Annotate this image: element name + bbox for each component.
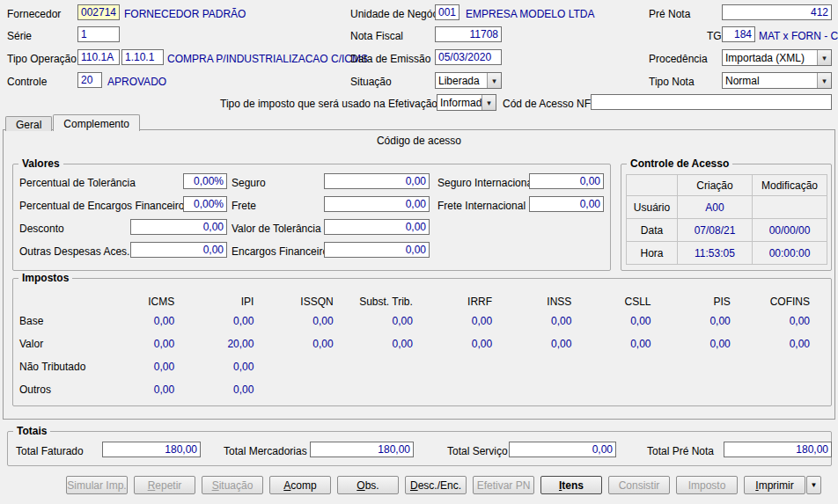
tipo-imposto-select[interactable]: Informado ▾ bbox=[437, 94, 496, 111]
tg-input[interactable] bbox=[722, 26, 755, 42]
situacao-button[interactable]: Situação bbox=[202, 476, 263, 494]
imposto-button[interactable]: Imposto bbox=[676, 476, 738, 494]
impostos-row-label-nao-tributado: Não Tributado bbox=[18, 357, 106, 380]
tipo-operacao-input-2[interactable] bbox=[121, 49, 164, 65]
repetir-button[interactable]: Repetir bbox=[134, 476, 195, 494]
seguro-internacional-input[interactable] bbox=[529, 173, 604, 189]
impostos-value-cell bbox=[662, 380, 741, 403]
desconto-input[interactable] bbox=[130, 219, 227, 235]
outras-despesas-label: Outras Despesas Aces. bbox=[19, 245, 129, 258]
controle-acesso-table: Criação Modificação Usuário A00 Data 07/… bbox=[626, 174, 827, 265]
tg-label: TG bbox=[707, 30, 722, 42]
procedencia-label: Procedência bbox=[649, 53, 708, 65]
impostos-corner-cell bbox=[18, 292, 106, 311]
tipo-nota-select[interactable]: Normal ▾ bbox=[722, 72, 832, 89]
impostos-table: ICMS IPI ISSQN Subst. Trib. IRRF INSS CS… bbox=[18, 292, 820, 403]
percentual-encargos-input[interactable] bbox=[183, 196, 227, 212]
impostos-title: Impostos bbox=[18, 272, 72, 284]
chevron-down-icon: ▾ bbox=[817, 50, 831, 65]
itens-button[interactable]: Itens bbox=[540, 476, 602, 494]
impostos-value-cell: 0,00 bbox=[264, 311, 343, 334]
impostos-col-header-pis: PIS bbox=[662, 292, 741, 311]
seguro-label: Seguro bbox=[232, 177, 266, 189]
nota-fiscal-input[interactable] bbox=[435, 26, 502, 42]
tab-geral[interactable]: Geral bbox=[5, 116, 52, 131]
usuario-criacao-value: A00 bbox=[678, 196, 753, 219]
data-emissao-label: Data de Emissão bbox=[350, 53, 430, 65]
impostos-value-cell bbox=[344, 357, 423, 380]
pre-nota-input[interactable] bbox=[722, 4, 832, 20]
pre-nota-label: Pré Nota bbox=[649, 8, 690, 20]
encargos-financeiros-input[interactable] bbox=[324, 242, 430, 258]
data-emissao-input[interactable] bbox=[435, 49, 502, 65]
imprimir-dropdown-icon[interactable]: ▼ bbox=[806, 476, 821, 494]
efetivar-pn-button[interactable]: Efetivar PN bbox=[473, 476, 534, 494]
codigo-acesso-caption: Código de acesso bbox=[3, 135, 835, 147]
impostos-value-cell: 0,00 bbox=[503, 334, 582, 357]
total-servico-label: Total Serviço bbox=[447, 445, 508, 457]
percentual-tolerancia-input[interactable] bbox=[183, 173, 227, 189]
controle-input[interactable] bbox=[77, 72, 102, 88]
total-pre-nota-input[interactable] bbox=[724, 442, 832, 457]
total-faturado-input[interactable] bbox=[102, 442, 201, 457]
desc-enc-button[interactable]: Desc./Enc. bbox=[405, 476, 467, 494]
frete-internacional-label: Frete Internacional bbox=[437, 200, 526, 212]
tg-description: MAT x FORN - CR bbox=[759, 30, 838, 42]
tipo-operacao-input-1[interactable] bbox=[77, 49, 120, 65]
serie-input[interactable] bbox=[77, 26, 120, 42]
controle-description: APROVADO bbox=[107, 76, 166, 88]
hora-criacao-value: 11:53:05 bbox=[678, 242, 753, 265]
tab-complemento[interactable]: Complemento bbox=[53, 114, 140, 131]
impostos-value-cell: 0,00 bbox=[185, 357, 264, 380]
seguro-input[interactable] bbox=[324, 173, 430, 189]
controle-acesso-corner-cell bbox=[627, 175, 678, 196]
impostos-value-cell: 0,00 bbox=[344, 334, 423, 357]
impostos-value-cell bbox=[503, 357, 582, 380]
bottom-button-bar: Simular Imp. Repetir Situação Acomp Obs.… bbox=[66, 476, 821, 494]
usuario-row-label: Usuário bbox=[627, 196, 678, 219]
frete-input[interactable] bbox=[324, 196, 430, 212]
simular-imp-button[interactable]: Simular Imp. bbox=[66, 476, 128, 494]
total-servico-input[interactable] bbox=[509, 442, 616, 457]
frete-internacional-input[interactable] bbox=[529, 196, 604, 212]
fornecedor-input[interactable] bbox=[77, 4, 120, 20]
data-row-label: Data bbox=[627, 219, 678, 242]
impostos-value-cell: 20,00 bbox=[185, 334, 264, 357]
total-faturado-label: Total Faturado bbox=[16, 445, 84, 457]
fornecedor-label: Fornecedor bbox=[7, 8, 61, 20]
modificacao-column-header: Modificação bbox=[753, 175, 827, 196]
tipo-operacao-description: COMPRA P/INDUSTRIALIZACAO C/ICMS bbox=[167, 53, 368, 65]
impostos-value-cell bbox=[423, 357, 503, 380]
impostos-value-cell: 0,00 bbox=[106, 380, 185, 403]
impostos-value-cell: 0,00 bbox=[344, 311, 423, 334]
impostos-value-cell bbox=[503, 380, 582, 403]
impostos-col-header-icms: ICMS bbox=[106, 292, 185, 311]
impostos-value-cell bbox=[582, 380, 661, 403]
situacao-select[interactable]: Liberada ▾ bbox=[435, 72, 502, 89]
acomp-button[interactable]: Acomp bbox=[269, 476, 331, 494]
impostos-row-label-base: Base bbox=[18, 311, 106, 334]
unidade-negocio-input[interactable] bbox=[435, 4, 459, 20]
imprimir-button[interactable]: Imprimir bbox=[744, 476, 805, 494]
consistir-button[interactable]: Consistir bbox=[608, 476, 670, 494]
total-mercadorias-input[interactable] bbox=[310, 442, 414, 457]
cod-acesso-nfe-input[interactable] bbox=[591, 94, 832, 110]
outras-despesas-input[interactable] bbox=[130, 242, 227, 258]
impostos-value-cell: 0,00 bbox=[185, 380, 264, 403]
impostos-value-cell: 0,00 bbox=[264, 334, 343, 357]
impostos-value-cell: 0,00 bbox=[741, 311, 820, 334]
impostos-value-cell bbox=[741, 380, 820, 403]
situacao-selected-value: Liberada bbox=[436, 73, 487, 88]
impostos-row-label-outros: Outros bbox=[18, 380, 106, 403]
impostos-value-cell bbox=[264, 380, 343, 403]
impostos-value-cell: 0,00 bbox=[503, 311, 582, 334]
imprimir-split-button: Imprimir ▼ bbox=[744, 476, 821, 494]
procedencia-select[interactable]: Importada (XML) ▾ bbox=[722, 49, 832, 66]
obs-button[interactable]: Obs. bbox=[337, 476, 399, 494]
unidade-negocio-label: Unidade de Negócio bbox=[350, 8, 446, 20]
serie-label: Série bbox=[7, 30, 32, 42]
valor-tolerancia-input[interactable] bbox=[324, 219, 430, 235]
impostos-row-label-valor: Valor bbox=[18, 334, 106, 357]
impostos-col-header-subst-trib: Subst. Trib. bbox=[344, 292, 423, 311]
impostos-col-header-inss: INSS bbox=[503, 292, 582, 311]
